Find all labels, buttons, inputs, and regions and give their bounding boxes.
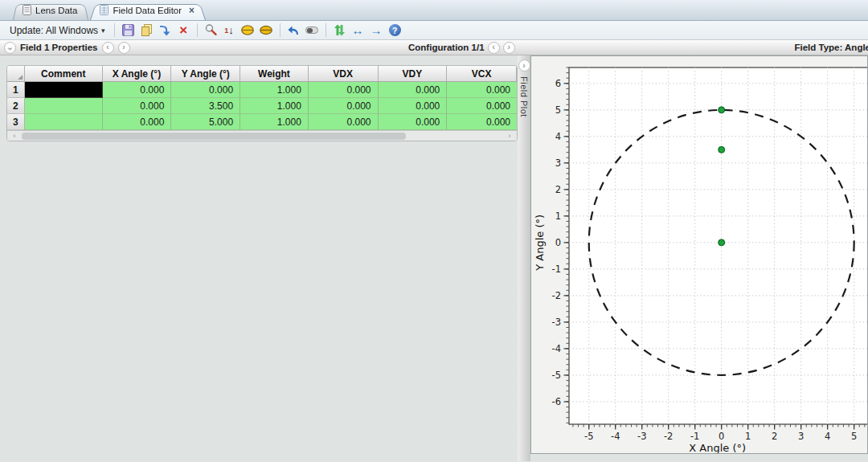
next-configuration-button[interactable]: › <box>503 42 515 54</box>
configuration-group: Configuration 1/1 ‹ › <box>408 42 515 54</box>
column-header-vdy[interactable]: VDY <box>379 66 448 82</box>
cell-vcx[interactable]: 0.000 <box>447 82 517 98</box>
cell-x-angle[interactable]: 0.000 <box>103 114 172 130</box>
delete-row-icon[interactable]: × <box>176 22 191 38</box>
cell-weight[interactable]: 1.000 <box>240 98 309 114</box>
table-row: 3 0.000 5.000 1.000 0.000 0.000 0.000 <box>7 114 517 130</box>
field-plot-side-tab: Field Plot <box>519 76 529 117</box>
help-icon[interactable]: ? <box>387 22 403 38</box>
cell-vdx[interactable]: 0.000 <box>309 98 379 114</box>
cell-y-angle[interactable]: 0.000 <box>171 82 240 98</box>
fit-width-icon[interactable]: ↔ <box>350 22 366 38</box>
svg-text:2: 2 <box>772 431 777 442</box>
field-type-label: Field Type: Angle <box>794 43 868 52</box>
lens-back-icon[interactable] <box>259 22 274 38</box>
insert-row-icon[interactable] <box>158 22 173 38</box>
scrollbar-thumb[interactable] <box>22 133 406 140</box>
table-row: 1 0.000 0.000 1.000 0.000 0.000 0.000 <box>7 82 517 98</box>
prev-configuration-button[interactable]: ‹ <box>488 42 500 54</box>
column-header-vcx[interactable]: VCX <box>447 66 517 82</box>
expand-plot-button[interactable]: › <box>518 59 530 72</box>
toggle-icon[interactable] <box>305 22 320 38</box>
cell-comment[interactable] <box>25 114 103 130</box>
svg-text:-1: -1 <box>552 264 561 275</box>
row-number[interactable]: 1 <box>7 82 25 98</box>
svg-text:-4: -4 <box>552 343 561 354</box>
svg-text:3: 3 <box>555 157 561 169</box>
app-window: Lens Data Field Data Editor × Update: Al… <box>0 0 868 461</box>
field-point <box>719 239 725 246</box>
column-header-x-angle[interactable]: X Angle (°) <box>103 66 172 82</box>
svg-text:-3: -3 <box>637 431 646 442</box>
swap-icon[interactable] <box>332 22 347 38</box>
corner-triangle-icon: ◢ <box>18 74 23 80</box>
prev-field-button[interactable]: ‹ <box>102 42 114 54</box>
scroll-left-icon[interactable]: ‹ <box>7 132 22 140</box>
tab-field-data-editor[interactable]: Field Data Editor × <box>90 2 206 20</box>
document-tabbar: Lens Data Field Data Editor × <box>0 0 868 21</box>
svg-text:2: 2 <box>555 184 561 195</box>
column-header-vdx[interactable]: VDX <box>309 66 379 82</box>
main-content: ◢ Comment X Angle (°) Y Angle (°) Weight… <box>0 55 868 461</box>
svg-text:1: 1 <box>745 431 751 442</box>
svg-text:0: 0 <box>555 237 561 248</box>
go-icon[interactable]: → <box>369 22 384 38</box>
horizontal-scrollbar[interactable]: ‹ › <box>7 130 517 141</box>
column-header-weight[interactable]: Weight <box>240 66 309 82</box>
tab-lens-data[interactable]: Lens Data <box>13 2 88 20</box>
svg-text:-4: -4 <box>611 431 620 442</box>
undo-icon[interactable] <box>286 22 301 38</box>
section-bar: ⌄ Field 1 Properties ‹ › Configuration 1… <box>0 40 868 55</box>
toolbar-separator <box>326 23 326 37</box>
collapse-properties-button[interactable]: ⌄ <box>4 42 16 54</box>
toolbar-separator <box>197 23 198 37</box>
cell-weight[interactable]: 1.000 <box>240 114 309 130</box>
cell-comment[interactable] <box>25 98 103 114</box>
copy-icon[interactable] <box>139 22 154 38</box>
cell-vdy[interactable]: 0.000 <box>379 82 448 98</box>
cell-vdy[interactable]: 0.000 <box>379 114 448 130</box>
spreadsheet-icon <box>100 5 108 15</box>
cell-vdx[interactable]: 0.000 <box>309 114 379 130</box>
scroll-right-icon[interactable]: › <box>502 132 517 140</box>
field-plot-splitter[interactable]: › Field Plot <box>518 55 530 461</box>
find-icon[interactable] <box>203 22 219 38</box>
toolbar-separator <box>114 23 115 37</box>
close-icon[interactable]: × <box>189 6 194 14</box>
sort-icon[interactable]: 1↓ <box>222 22 237 38</box>
cell-vcx[interactable]: 0.000 <box>447 98 517 114</box>
row-number[interactable]: 3 <box>7 114 25 130</box>
field-properties-title: Field 1 Properties <box>20 43 98 52</box>
svg-text:3: 3 <box>798 431 804 442</box>
column-header-y-angle[interactable]: Y Angle (°) <box>171 66 240 82</box>
save-icon[interactable] <box>121 22 136 38</box>
field-point <box>719 146 725 153</box>
update-mode-dropdown[interactable]: Update: All Windows ▾ <box>6 23 108 38</box>
cell-y-angle[interactable]: 3.500 <box>171 98 240 114</box>
toolbar: Update: All Windows ▾ × 1↓ <box>0 21 868 40</box>
cell-vdx[interactable]: 0.000 <box>309 82 379 98</box>
svg-text:-5: -5 <box>584 431 593 442</box>
select-all-corner[interactable]: ◢ <box>7 66 25 82</box>
svg-text:-3: -3 <box>552 317 561 328</box>
cell-y-angle[interactable]: 5.000 <box>171 114 240 130</box>
svg-text:-2: -2 <box>664 431 673 442</box>
svg-text:5: 5 <box>851 431 857 442</box>
cell-vdy[interactable]: 0.000 <box>379 98 448 114</box>
field-plot-panel: -5-4-3-2-1012345-6-5-4-3-2-10123456X Ang… <box>530 55 868 454</box>
cell-weight[interactable]: 1.000 <box>240 82 309 98</box>
cell-x-angle[interactable]: 0.000 <box>103 82 172 98</box>
field-plot: -5-4-3-2-1012345-6-5-4-3-2-10123456X Ang… <box>531 56 868 453</box>
x-axis-label: X Angle (°) <box>689 442 746 453</box>
svg-text:0: 0 <box>719 431 724 442</box>
lens-document-icon <box>23 5 31 15</box>
selected-cell[interactable] <box>25 82 103 98</box>
row-number[interactable]: 2 <box>7 98 25 114</box>
cell-x-angle[interactable]: 0.000 <box>103 98 172 114</box>
svg-text:4: 4 <box>825 431 830 442</box>
column-header-comment[interactable]: Comment <box>25 66 103 82</box>
next-field-button[interactable]: › <box>118 42 130 54</box>
dropdown-arrow-icon: ▾ <box>101 27 105 35</box>
lens-front-icon[interactable] <box>240 22 256 38</box>
cell-vcx[interactable]: 0.000 <box>447 114 517 130</box>
